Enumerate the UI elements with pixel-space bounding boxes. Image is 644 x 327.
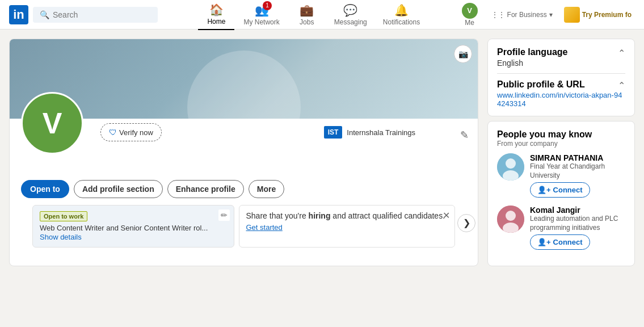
ist-logo: IST (324, 126, 343, 139)
open-to-work-description: Web Content Writer and Senior Content Wr… (40, 224, 227, 232)
connect-plus-icon-komal: 👤+ (537, 238, 551, 246)
home-icon: 🏠 (209, 3, 224, 16)
cards-row: Open to work ✏ Web Content Writer and Se… (21, 198, 466, 248)
change-cover-photo-button[interactable]: 📷 (454, 45, 472, 63)
open-to-button[interactable]: Open to (21, 180, 69, 198)
show-details-link[interactable]: Show details (40, 233, 82, 241)
nav-item-my-network[interactable]: 👥 1 My Network (237, 0, 286, 30)
search-icon: 🔍 (40, 10, 49, 19)
nav-right: V Me ⋮⋮ For Business ▾ Try Premium fo (456, 1, 635, 29)
person-item-komal: Komal Jangir Leading automation and PLC … (497, 206, 625, 250)
profile-card: 📷 V ✎ 🛡 Verify now IST Internshala Train… (9, 39, 478, 266)
messaging-icon: 💬 (343, 3, 357, 17)
try-premium-button[interactable]: Try Premium fo (561, 5, 635, 25)
person-desc-simran: Final Year at Chandigarh University (530, 162, 625, 180)
nav-item-jobs[interactable]: 💼 Jobs (289, 0, 325, 30)
public-profile-title: Public profile & URL (497, 79, 585, 90)
nav-label-my-network: My Network (243, 18, 279, 26)
open-to-work-tag: Open to work (40, 211, 87, 221)
linkedin-logo: in (9, 5, 28, 24)
grid-icon: ⋮⋮ (491, 11, 505, 19)
edit-open-to-work-icon[interactable]: ✏ (218, 209, 230, 221)
enhance-profile-button[interactable]: Enhance profile (167, 180, 244, 198)
connect-button-simran[interactable]: 👤+ Connect (530, 182, 590, 198)
navbar: in 🔍 🏠 Home 👥 1 My Network 💼 Jobs 💬 Mess… (0, 0, 644, 30)
main-layout: 📷 V ✎ 🛡 Verify now IST Internshala Train… (0, 30, 644, 275)
shield-icon: 🛡 (109, 128, 117, 137)
nav-item-me[interactable]: V Me (456, 1, 483, 29)
people-you-may-know-title: People you may know (497, 129, 625, 140)
nav-items: 🏠 Home 👥 1 My Network 💼 Jobs 💬 Messaging… (169, 0, 456, 30)
notifications-icon: 🔔 (394, 3, 409, 17)
open-to-work-card: Open to work ✏ Web Content Writer and Se… (32, 205, 234, 248)
premium-icon (564, 7, 580, 23)
cover-photo: 📷 (10, 39, 478, 119)
nav-label-notifications: Notifications (383, 18, 420, 26)
right-panel: Profile language ⌃ English Public profil… (487, 39, 635, 266)
public-profile-url[interactable]: www.linkedin.com/in/victoria-akpan-94424… (497, 91, 625, 108)
people-you-may-know-section: People you may know From your company SI… (487, 121, 635, 266)
nav-item-notifications[interactable]: 🔔 Notifications (376, 0, 427, 30)
my-network-badge: 1 (263, 1, 272, 10)
person-info-komal: Komal Jangir Leading automation and PLC … (530, 206, 625, 250)
nav-label-messaging: Messaging (334, 18, 367, 26)
ist-label: Internshala Trainings (347, 128, 415, 137)
edit-profile-button[interactable]: ✎ (460, 129, 469, 141)
profile-language-value: English (497, 58, 625, 68)
person-avatar-komal (497, 206, 524, 233)
next-arrow-button[interactable]: ❯ (457, 214, 475, 232)
svg-point-1 (506, 158, 516, 169)
chevron-down-icon: ▾ (549, 11, 553, 19)
add-profile-section-button[interactable]: Add profile section (74, 180, 163, 198)
person-name-simran: SIMRAN PATHANIA (530, 153, 625, 162)
search-bar[interactable]: 🔍 (33, 7, 158, 23)
connect-button-komal[interactable]: 👤+ Connect (530, 234, 590, 250)
verify-now-button[interactable]: 🛡 Verify now (100, 123, 162, 141)
nav-item-messaging[interactable]: 💬 Messaging (327, 0, 374, 30)
for-business-button[interactable]: ⋮⋮ For Business ▾ (486, 9, 558, 21)
person-info-simran: SIMRAN PATHANIA Final Year at Chandigarh… (530, 153, 625, 198)
profile-avatar: V (21, 92, 83, 154)
profile-lower: V ✎ 🛡 Verify now IST Internshala Trainin… (10, 123, 478, 257)
search-input[interactable] (53, 10, 151, 19)
profile-language-title: Profile language (497, 47, 567, 57)
me-label: Me (465, 19, 474, 27)
profile-language-expand-icon[interactable]: ⌃ (618, 48, 625, 58)
person-desc-komal: Leading automation and PLC programming i… (530, 215, 625, 232)
ist-badge: IST Internshala Trainings (324, 126, 415, 139)
person-item-simran: SIMRAN PATHANIA Final Year at Chandigarh… (497, 153, 625, 198)
close-share-card-button[interactable]: ✕ (443, 210, 450, 221)
avatar: V (462, 3, 478, 19)
profile-language-section: Profile language ⌃ English Public profil… (487, 39, 635, 116)
nav-label-jobs: Jobs (300, 18, 314, 26)
share-hiring-title: Share that you're hiring and attract qua… (246, 211, 448, 220)
public-profile-expand-icon[interactable]: ⌃ (618, 80, 625, 91)
people-from-company-subtitle: From your company (497, 140, 625, 148)
share-hiring-card: ✕ Share that you're hiring and attract q… (239, 205, 456, 248)
jobs-icon: 💼 (300, 3, 314, 17)
nav-label-home: Home (207, 18, 225, 26)
person-avatar-simran (497, 153, 524, 181)
get-started-link[interactable]: Get started (246, 223, 283, 232)
person-name-komal: Komal Jangir (530, 206, 625, 215)
nav-item-home[interactable]: 🏠 Home (198, 0, 234, 30)
svg-point-4 (506, 211, 516, 221)
camera-icon: 📷 (458, 49, 468, 58)
profile-actions-row: Open to Add profile section Enhance prof… (21, 180, 466, 198)
more-button[interactable]: More (249, 180, 284, 198)
connect-plus-icon-simran: 👤+ (537, 186, 551, 194)
